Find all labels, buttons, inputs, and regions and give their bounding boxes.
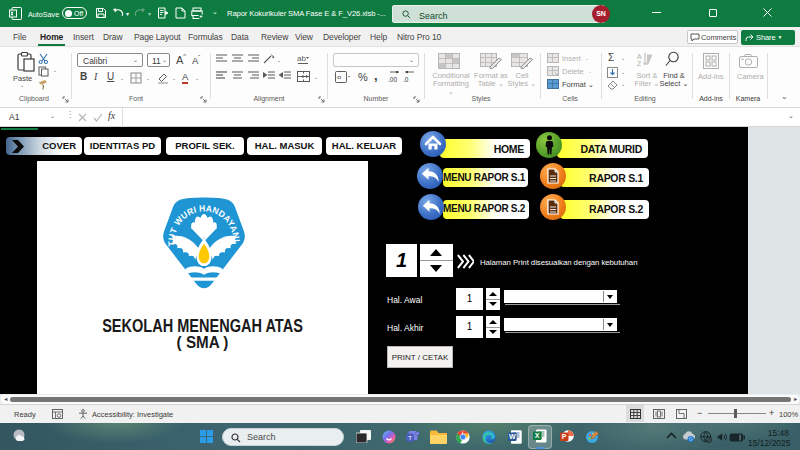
svg-text:.00: .00 [388,76,397,83]
svg-text:ab: ab [297,54,306,63]
svg-text:T: T [408,435,412,441]
svg-text:A: A [637,53,642,60]
svg-text:Z: Z [637,60,642,67]
svg-text:X: X [535,432,540,439]
svg-text:P: P [562,433,567,440]
svg-text:W: W [509,433,516,440]
svg-text:¤: ¤ [337,73,342,82]
svg-text:.0: .0 [403,76,409,83]
